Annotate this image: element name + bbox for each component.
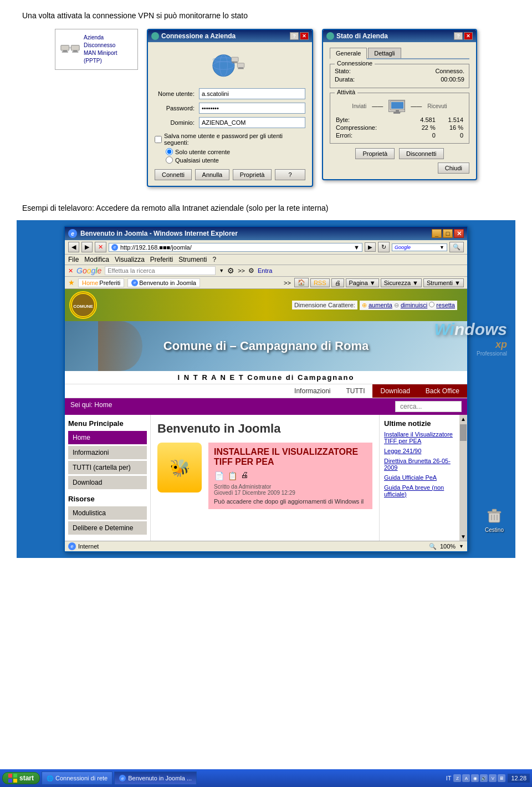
google-entra-label[interactable]: Entra — [258, 267, 272, 274]
google-search-input[interactable] — [105, 266, 216, 275]
google-settings-icon[interactable]: ⚙ — [248, 267, 254, 275]
minimize-button[interactable]: _ — [432, 229, 442, 238]
resetta-link[interactable]: resetta — [436, 302, 455, 308]
sidebar-item-informazioni[interactable]: Informazioni — [68, 446, 147, 459]
search-button[interactable]: 🔍 — [449, 242, 464, 252]
preferiti-bookmark[interactable]: Home Preferiti — [78, 278, 124, 287]
rss-btn[interactable]: RSS — [310, 278, 330, 287]
systray-icon-6[interactable]: 🖥 — [498, 774, 505, 782]
pdf-icon[interactable]: 📄 — [214, 470, 224, 481]
radio-solo-utente: Solo utente corrente — [166, 148, 305, 155]
chiudi-button[interactable]: Chiudi — [438, 163, 469, 174]
pagina-btn[interactable]: Pagina ▼ — [346, 278, 379, 287]
taskbar-item-connections[interactable]: 🌐 Connessioni di rete — [42, 771, 112, 785]
sicurezza-btn[interactable]: Sicurezza ▼ — [381, 278, 422, 287]
status-proprieta-button[interactable]: Proprietà — [355, 148, 395, 159]
home-btn[interactable]: 🏠 — [294, 278, 309, 287]
stop-button[interactable]: ✕ — [95, 242, 106, 252]
menu-visualizza[interactable]: Visualizza — [115, 256, 145, 263]
bookmarks-more-icon[interactable]: >> — [284, 280, 291, 286]
systray-icon-1[interactable]: Z — [453, 774, 461, 782]
proprieta-button[interactable]: Proprietà — [233, 169, 272, 180]
scroll-up-arrow[interactable]: ▲ — [459, 415, 467, 423]
diminuisci-link[interactable]: diminuisci — [401, 302, 427, 308]
favorites-star-icon: ★ — [68, 278, 75, 287]
google-toolbar-extras[interactable]: >> — [238, 267, 245, 274]
joomla-bookmark[interactable]: e Benvenuto in Joomla — [127, 278, 200, 287]
menu-file[interactable]: File — [68, 256, 79, 263]
sidebar-item-delibere[interactable]: Delibere e Detemine — [68, 521, 147, 535]
menu-strumenti[interactable]: Strumenti — [178, 256, 207, 263]
news-item-3[interactable]: Guida Ufficiale PeA — [384, 474, 455, 481]
google-search-dropdown[interactable]: ▼ — [219, 268, 224, 273]
systray-icon-2[interactable]: A — [462, 774, 470, 782]
systray-icon-5[interactable]: V — [489, 774, 497, 782]
address-dropdown-icon[interactable]: ▼ — [354, 244, 360, 251]
connetti-button[interactable]: Connetti — [155, 169, 192, 180]
news-item-0[interactable]: Installare il Visualizzatore TIFF per PE… — [384, 431, 455, 444]
nome-utente-input[interactable] — [199, 88, 305, 99]
strumenti-btn[interactable]: Strumenti ▼ — [423, 278, 464, 287]
back-button[interactable]: ◀ — [68, 242, 79, 252]
refresh-button[interactable]: ↻ — [378, 242, 390, 252]
nav-backoffice[interactable]: Back Office — [418, 384, 467, 398]
radio-solo-utente-input[interactable] — [166, 148, 173, 155]
sidebar-item-modulistica[interactable]: Modulistica — [68, 506, 147, 520]
save-checkbox[interactable] — [155, 136, 162, 143]
close-toolbar-icon[interactable]: ✕ — [68, 267, 73, 275]
tab-dettagli[interactable]: Dettagli — [368, 48, 401, 58]
search-input[interactable] — [395, 401, 462, 412]
news-item-4[interactable]: Guida PeA breve (non ufficiale) — [384, 484, 455, 497]
close-window-button[interactable]: ✕ — [454, 229, 464, 238]
network-label: Azienda Disconnesso MAN Miniport (PPTP) — [84, 34, 133, 65]
menu-preferiti[interactable]: Preferiti — [150, 256, 173, 263]
radio-qualsiasi-input[interactable] — [166, 156, 173, 164]
nav-informazioni[interactable]: Informazioni — [287, 384, 338, 398]
printer-icon[interactable]: 🖨 — [241, 470, 248, 481]
aumenta-link[interactable]: aumenta — [369, 302, 392, 308]
close-button-small[interactable]: ✕ — [300, 32, 309, 40]
scrollbar[interactable]: ▲ ▼ — [459, 415, 467, 541]
search-box[interactable]: Google ▼ — [392, 243, 447, 251]
doc-icon[interactable]: 📋 — [227, 470, 237, 481]
status-dialog: Stato di Azienda ? ✕ Generale Dettagli C… — [322, 29, 477, 180]
systray-icon-3[interactable]: ◉ — [471, 774, 479, 782]
google-tools-icon[interactable]: ⚙ — [227, 266, 234, 275]
nav-tutti[interactable]: TUTTI — [338, 384, 372, 398]
maximize-button[interactable]: □ — [443, 229, 453, 238]
sidebar-item-tutti[interactable]: TUTTI (cartella per) — [68, 461, 147, 474]
status-bottom-buttons: Proprietà Disconnetti — [330, 148, 469, 159]
joomla-bookmark-label: Benvenuto in Joomla — [139, 280, 196, 286]
sidebar-item-download[interactable]: Download — [68, 476, 147, 489]
search-dropdown-icon[interactable]: ▼ — [439, 245, 444, 250]
preferiti-text: Preferiti — [99, 280, 120, 286]
help-dialog-button[interactable]: ? — [275, 169, 305, 180]
dominio-input[interactable] — [199, 117, 305, 128]
nav-download[interactable]: Download — [372, 384, 417, 398]
systray-icon-4[interactable]: 🔊 — [480, 774, 488, 782]
go-button[interactable]: ▶ — [365, 242, 376, 252]
recycle-bin[interactable]: Cestino — [484, 506, 504, 533]
status-close-button[interactable]: ✕ — [464, 32, 473, 40]
disconnetti-button[interactable]: Disconnetti — [399, 148, 443, 159]
address-bar[interactable]: e http://192.168.■■■/joomla/ ▼ — [109, 243, 362, 252]
zoom-dropdown[interactable]: ▼ — [459, 544, 464, 549]
start-button[interactable]: start — [2, 772, 40, 784]
svg-rect-31 — [8, 779, 12, 783]
status-help-button[interactable]: ? — [454, 32, 463, 40]
forward-button[interactable]: ▶ — [81, 242, 93, 252]
scroll-down-arrow[interactable]: ▼ — [459, 532, 467, 541]
news-item-1[interactable]: Legge 241/90 — [384, 448, 455, 454]
menu-modifica[interactable]: Modifica — [84, 256, 109, 263]
sidebar-item-home[interactable]: Home — [68, 431, 147, 444]
password-input[interactable] — [199, 103, 305, 114]
menu-help[interactable]: ? — [213, 256, 217, 263]
tab-generale[interactable]: Generale — [330, 48, 367, 59]
scrollbar-thumb[interactable] — [460, 424, 467, 441]
news-item-2[interactable]: Direttiva Brunetta 26-05-2009 — [384, 458, 455, 471]
activity-dash2: —— — [411, 103, 422, 109]
annulla-button[interactable]: Annulla — [195, 169, 229, 180]
taskbar-item-joomla[interactable]: e Benvenuto in Joomla ... — [114, 771, 197, 785]
print-btn[interactable]: 🖨 — [331, 278, 344, 287]
help-button[interactable]: ? — [290, 32, 299, 40]
